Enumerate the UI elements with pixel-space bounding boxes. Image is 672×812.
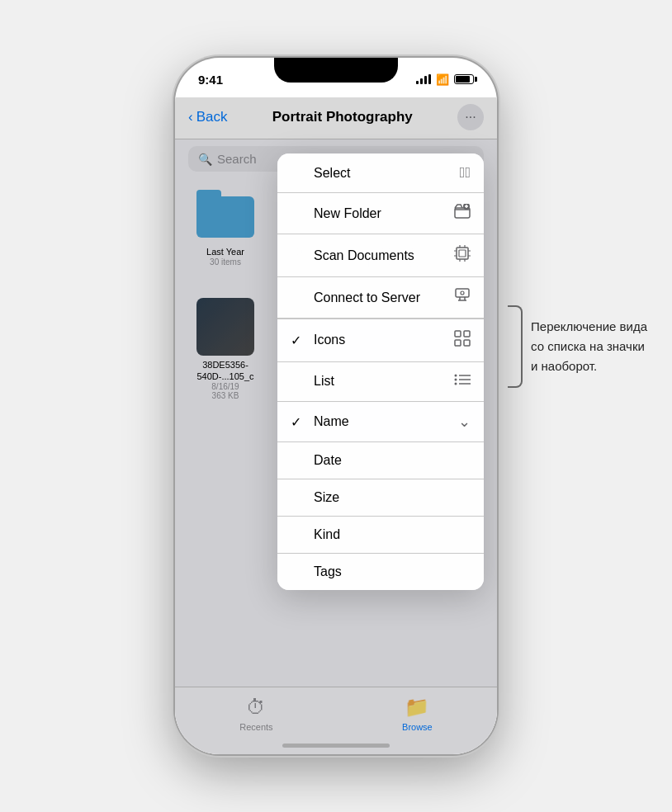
svg-rect-9: [464, 340, 470, 346]
new-folder-icon: [454, 204, 471, 223]
status-time: 9:41: [198, 69, 223, 87]
status-icons: 📶: [416, 70, 474, 86]
main-content: ‹ Back Portrait Photography ··· 🔍 Search: [175, 97, 497, 754]
name-checkmark: ✓: [291, 414, 307, 430]
menu-item-scan[interactable]: Scan Documents: [277, 234, 484, 277]
menu-label-select: Select: [314, 166, 350, 181]
menu-label-tags: Tags: [314, 564, 342, 579]
menu-item-list[interactable]: List: [277, 362, 484, 402]
menu-item-new-folder[interactable]: New Folder: [277, 193, 484, 234]
annotation-text: Переключение видасо списка на значкии на…: [531, 317, 647, 376]
menu-item-connect[interactable]: Connect to Server: [277, 277, 484, 319]
menu-item-name[interactable]: ✓ Name ⌄: [277, 402, 484, 442]
icons-checkmark: ✓: [291, 333, 307, 348]
scan-icon: [454, 245, 471, 266]
menu-item-date[interactable]: Date: [277, 442, 484, 479]
server-icon: [454, 288, 471, 307]
menu-item-size[interactable]: Size: [277, 479, 484, 517]
dropdown-menu: Select ✓⃝ New Folder: [277, 153, 484, 590]
svg-point-5: [461, 291, 464, 295]
svg-point-14: [455, 378, 457, 380]
scene: 9:41 📶 ‹ Back: [0, 0, 672, 812]
menu-label-size: Size: [314, 490, 339, 505]
wifi-icon: 📶: [436, 73, 449, 86]
list-view-icon: [454, 373, 471, 390]
svg-rect-4: [456, 289, 469, 297]
menu-label-new-folder: New Folder: [314, 206, 381, 221]
battery-icon: [454, 74, 474, 84]
menu-label-list: List: [314, 374, 334, 389]
menu-label-date: Date: [314, 453, 342, 468]
menu-label-icons: Icons: [314, 333, 345, 347]
svg-point-13: [455, 374, 457, 376]
icons-view-icon: [454, 330, 471, 351]
svg-rect-8: [455, 340, 461, 346]
menu-label-kind: Kind: [314, 527, 340, 542]
select-icon: ✓⃝: [460, 164, 471, 182]
svg-rect-7: [464, 331, 470, 337]
menu-item-select[interactable]: Select ✓⃝: [277, 153, 484, 193]
annotation-bracket: [508, 305, 523, 388]
svg-rect-3: [459, 250, 466, 257]
iphone-frame: 9:41 📶 ‹ Back: [175, 58, 497, 754]
menu-item-kind[interactable]: Kind: [277, 517, 484, 554]
svg-point-15: [455, 382, 457, 385]
menu-label-name: Name: [314, 414, 349, 429]
menu-item-icons[interactable]: ✓ Icons: [277, 319, 484, 362]
svg-rect-2: [457, 248, 468, 259]
menu-item-tags[interactable]: Tags: [277, 554, 484, 590]
notch: [274, 58, 398, 83]
menu-label-scan: Scan Documents: [314, 248, 414, 263]
svg-rect-6: [455, 331, 461, 337]
signal-bars-icon: [416, 74, 431, 84]
chevron-down-icon: ⌄: [458, 413, 471, 431]
annotation-group: Переключение видасо списка на значкии на…: [508, 305, 647, 388]
menu-label-connect: Connect to Server: [314, 290, 420, 305]
